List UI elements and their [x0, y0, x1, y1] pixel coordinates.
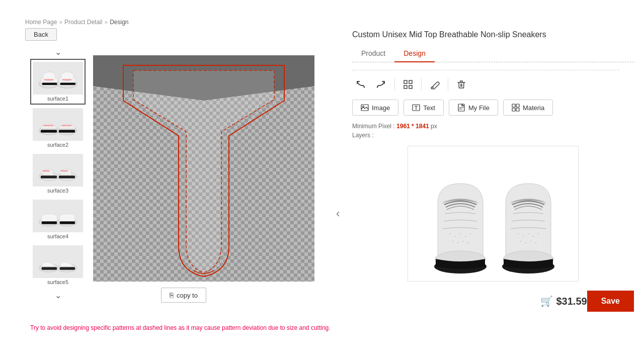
surface-panel: ⌄ surface1 [25, 45, 91, 302]
breadcrumb: Home Page » Product Detail » Design [25, 19, 128, 26]
layers-info: Layers : [352, 132, 634, 139]
svg-rect-32 [404, 80, 407, 83]
svg-point-49 [460, 233, 461, 234]
surface-label-5: surface5 [47, 279, 68, 285]
surface-label-2: surface2 [47, 142, 68, 148]
product-image [418, 153, 569, 274]
surface-label-3: surface3 [47, 188, 68, 194]
breadcrumb-product[interactable]: Product Detail [64, 19, 102, 26]
svg-point-51 [470, 233, 471, 234]
surface-item-1[interactable]: surface1 [30, 59, 86, 105]
svg-rect-37 [361, 105, 368, 111]
svg-rect-17 [41, 175, 57, 178]
pixel-unit: px [431, 123, 437, 130]
materia-button-label: Materia [523, 104, 544, 112]
svg-point-52 [452, 241, 453, 242]
pixel-value: 1961 * 1841 [396, 123, 429, 130]
svg-rect-44 [516, 108, 519, 111]
surface-item-4[interactable]: surface4 [30, 197, 86, 242]
svg-point-61 [533, 236, 534, 237]
svg-rect-21 [60, 170, 67, 172]
myfile-button[interactable]: My File [449, 100, 498, 116]
copy-icon: ⎘ [170, 291, 174, 299]
carousel-wrapper: ‹ [352, 146, 634, 282]
canvas-background [93, 55, 314, 282]
text-icon [412, 104, 420, 112]
surface-up-button[interactable]: ⌄ [25, 45, 91, 59]
file-icon [457, 104, 465, 112]
svg-point-59 [523, 236, 524, 237]
canvas-area [93, 55, 314, 282]
tab-separator [352, 70, 619, 70]
action-buttons: Image Text My File [352, 100, 634, 116]
delete-button[interactable] [453, 76, 469, 93]
tab-bar: Product Design [352, 45, 634, 62]
image-button[interactable]: Image [352, 100, 398, 116]
myfile-button-label: My File [468, 104, 490, 112]
tab-product[interactable]: Product [352, 45, 394, 62]
svg-rect-8 [60, 83, 76, 85]
svg-point-58 [518, 233, 519, 234]
svg-rect-12 [43, 125, 53, 126]
surface-item-3[interactable]: surface3 [30, 151, 86, 196]
save-button[interactable]: Save [587, 291, 634, 312]
text-button-label: Text [423, 104, 435, 112]
svg-point-60 [528, 233, 529, 234]
svg-rect-24 [42, 221, 57, 224]
price-bar: 🛒 $31.59 Save [352, 291, 634, 312]
toolbar-divider-2 [421, 78, 422, 90]
copy-to-label: copy to [177, 292, 198, 299]
svg-rect-20 [59, 175, 75, 178]
svg-rect-4 [44, 79, 53, 80]
svg-rect-3 [42, 83, 58, 85]
svg-point-64 [525, 242, 526, 243]
svg-point-55 [467, 242, 468, 243]
surface-item-5[interactable]: surface5 [30, 243, 86, 288]
svg-rect-33 [409, 80, 412, 83]
carousel-prev-button[interactable]: ‹ [332, 203, 344, 224]
product-carousel [408, 146, 579, 282]
copy-to-button[interactable]: ⎘ copy to [161, 288, 206, 303]
image-icon [361, 104, 369, 112]
surface-thumb-3 [33, 154, 83, 187]
text-button[interactable]: Text [404, 100, 444, 116]
tab-design[interactable]: Design [394, 45, 435, 62]
svg-point-62 [538, 233, 539, 234]
surface-thumb-4 [33, 200, 83, 232]
svg-rect-18 [42, 170, 49, 172]
pixel-info: Minimum Pixel : 1961 * 1841 px [352, 123, 634, 130]
svg-rect-27 [60, 221, 75, 224]
price-display: 🛒 $31.59 [540, 295, 587, 307]
surface-item-2[interactable]: surface2 [30, 106, 86, 150]
svg-point-65 [530, 241, 531, 242]
image-button-label: Image [372, 104, 390, 112]
redo-button[interactable] [373, 76, 389, 93]
paint-button[interactable] [427, 76, 443, 93]
breadcrumb-current: Design [110, 19, 128, 26]
svg-point-48 [455, 236, 456, 237]
minimum-pixel-label: Minimum Pixel : [352, 123, 395, 130]
surface-down-button[interactable]: ⌄ [25, 289, 91, 302]
surface-thumb-1 [33, 62, 83, 95]
svg-point-54 [462, 241, 463, 242]
svg-point-36 [431, 87, 433, 89]
breadcrumb-home[interactable]: Home Page [25, 19, 57, 26]
svg-rect-15 [61, 125, 71, 126]
svg-rect-41 [512, 104, 515, 107]
svg-rect-35 [409, 85, 412, 88]
grid-button[interactable] [400, 76, 416, 93]
undo-button[interactable] [352, 76, 368, 93]
surface-label-1: surface1 [47, 96, 68, 102]
surface-thumb-2 [33, 108, 83, 141]
materia-button[interactable]: Materia [503, 100, 553, 116]
cart-icon: 🛒 [540, 295, 553, 307]
surface-thumb-5 [33, 245, 83, 278]
svg-rect-43 [512, 108, 515, 111]
material-icon [512, 104, 520, 112]
svg-rect-42 [516, 104, 519, 107]
svg-rect-34 [404, 85, 407, 88]
back-button[interactable]: Back [25, 28, 57, 41]
right-panel: Custom Unisex Mid Top Breathable Non-sli… [352, 30, 634, 312]
toolbar-divider-3 [448, 78, 448, 90]
svg-point-47 [450, 233, 451, 234]
